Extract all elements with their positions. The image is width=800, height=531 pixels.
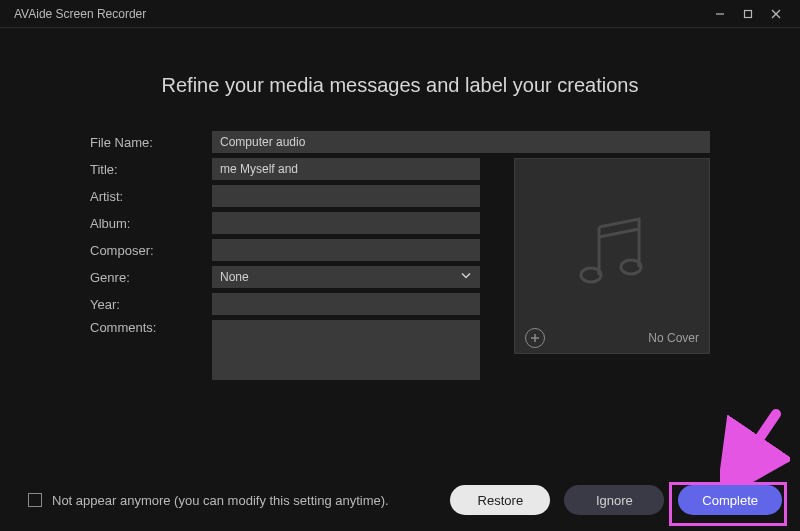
album-label: Album:: [90, 216, 212, 231]
svg-line-10: [738, 414, 776, 470]
restore-button[interactable]: Restore: [450, 485, 550, 515]
comments-label: Comments:: [90, 320, 212, 335]
year-input[interactable]: [212, 293, 480, 315]
not-appear-label: Not appear anymore (you can modify this …: [52, 493, 389, 508]
year-label: Year:: [90, 297, 212, 312]
file-name-label: File Name:: [90, 135, 212, 150]
not-appear-checkbox[interactable]: [28, 493, 42, 507]
window-titlebar: AVAide Screen Recorder: [0, 0, 800, 28]
title-label: Title:: [90, 162, 212, 177]
maximize-button[interactable]: [734, 8, 762, 20]
app-title: AVAide Screen Recorder: [14, 7, 146, 21]
genre-select[interactable]: None: [212, 266, 480, 288]
cover-art-box: No Cover: [514, 158, 710, 354]
composer-input[interactable]: [212, 239, 480, 261]
complete-button[interactable]: Complete: [678, 485, 782, 515]
composer-label: Composer:: [90, 243, 212, 258]
album-input[interactable]: [212, 212, 480, 234]
chevron-down-icon: [460, 270, 472, 285]
footer-bar: Not appear anymore (you can modify this …: [0, 469, 800, 531]
plus-icon: [530, 333, 540, 343]
page-heading: Refine your media messages and label you…: [90, 74, 710, 97]
genre-label: Genre:: [90, 270, 212, 285]
minimize-button[interactable]: [706, 8, 734, 20]
close-button[interactable]: [762, 8, 790, 20]
artist-input[interactable]: [212, 185, 480, 207]
music-note-icon: [567, 211, 657, 301]
add-cover-button[interactable]: [525, 328, 545, 348]
genre-value: None: [220, 270, 249, 284]
svg-line-6: [599, 229, 639, 237]
no-cover-label: No Cover: [648, 331, 699, 345]
svg-rect-1: [745, 10, 752, 17]
comments-input[interactable]: [212, 320, 480, 380]
file-name-input[interactable]: [212, 131, 710, 153]
artist-label: Artist:: [90, 189, 212, 204]
title-input[interactable]: [212, 158, 480, 180]
ignore-button[interactable]: Ignore: [564, 485, 664, 515]
